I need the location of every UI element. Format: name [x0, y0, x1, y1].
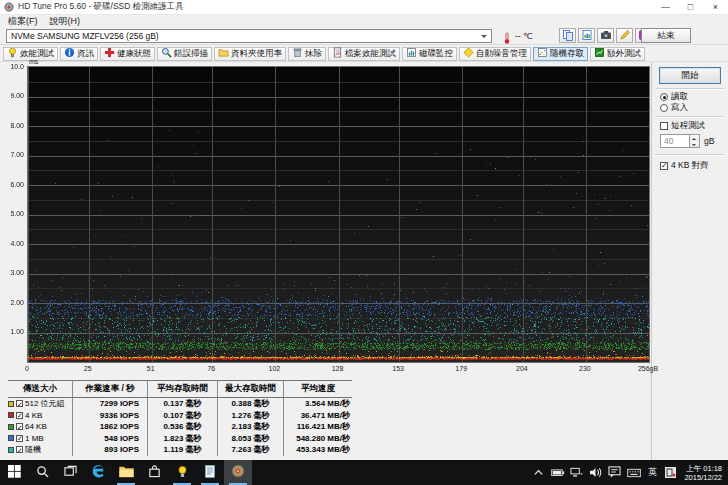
toolbar-extra-tests-button[interactable]: 額外測試 [590, 47, 645, 61]
table-header: 最大存取時間 [217, 380, 283, 398]
ime-mode-icon[interactable] [661, 460, 680, 485]
y-tick-label: 6.00 [1, 181, 24, 188]
avg-speed-cell: 548.280 MB/秒 [283, 433, 352, 445]
table-header: 傳送大小 [8, 380, 72, 398]
series-color-swatch [8, 424, 14, 430]
copy-text-button[interactable] [559, 28, 576, 43]
window-controls: — □ × [653, 0, 728, 14]
max-access-cell: 2.183 毫秒 [217, 421, 283, 433]
toolbar-label: 資訊 [77, 48, 94, 60]
x-tick-label: 51 [133, 365, 169, 372]
radio-write-icon[interactable] [660, 104, 668, 112]
screenshot-button[interactable] [597, 28, 614, 43]
random-access-icon [537, 47, 548, 60]
window-title: HD Tune Pro 5.60 - 硬碟/SSD 檢測維護工具 [18, 1, 184, 13]
menu-file[interactable]: 檔案(F) [2, 15, 44, 27]
capacity-input[interactable]: 40 [660, 134, 690, 148]
close-button[interactable]: × [703, 0, 728, 14]
transfer-size-label: 64 KB [25, 421, 47, 433]
taskbar-edge-button[interactable] [84, 460, 112, 485]
series-checkbox[interactable] [16, 400, 23, 407]
minimize-button[interactable]: — [653, 0, 678, 14]
battery-icon [551, 464, 565, 482]
taskbar-file-explorer-button[interactable] [112, 460, 140, 485]
tray-network-button[interactable]: * [567, 460, 586, 485]
taskbar-task-view-button[interactable] [56, 460, 84, 485]
y-tick-label: 4.00 [1, 240, 24, 247]
toolbar-label: 資料夾使用率 [231, 48, 282, 60]
short-stroke-box-icon[interactable] [660, 122, 668, 130]
copy-pages-icon [562, 27, 574, 45]
clock-date: 2015/12/22 [684, 473, 722, 482]
taskbar-store-button[interactable] [140, 460, 168, 485]
language-indicator[interactable]: 英 [643, 466, 661, 479]
radio-read-icon[interactable] [660, 93, 668, 101]
taskbar-notepad-button[interactable] [196, 460, 224, 485]
align-checkbox[interactable]: 4 KB 對齊 [660, 160, 709, 172]
toolbar-disk-monitor-button[interactable]: 磁碟監控 [402, 47, 457, 61]
taskbar-start-button[interactable] [0, 460, 28, 485]
hdtune-window: HD Tune Pro 5.60 - 硬碟/SSD 檢測維護工具 — □ × 檔… [0, 0, 728, 460]
chart-canvas [28, 67, 649, 362]
maximize-button[interactable]: □ [678, 0, 703, 14]
hdtune-app-icon [231, 464, 245, 482]
series-checkbox[interactable] [16, 446, 23, 453]
tray-feedback-button[interactable] [605, 460, 624, 485]
divider [655, 154, 725, 155]
x-tick-label: 25 [70, 365, 106, 372]
device-selector[interactable]: NVMe SAMSUNG MZFLV256 (256 gB) [6, 29, 492, 43]
series-checkbox[interactable] [16, 435, 23, 442]
transfer-size-label: 隨機 [25, 444, 41, 456]
x-tick-label: 76 [193, 365, 229, 372]
toolbar-folder-usage-button[interactable]: 資料夾使用率 [214, 47, 286, 61]
toolbar-info-button[interactable]: 資訊 [60, 47, 98, 61]
series-checkbox[interactable] [16, 423, 23, 430]
pen-icon [619, 27, 631, 45]
chevron-down-icon[interactable] [477, 30, 491, 42]
tray-icons: * [529, 460, 643, 485]
short-stroke-label: 短程測試 [671, 120, 705, 132]
explorer-folder-icon [119, 464, 134, 482]
table-header: 作業速率 / 秒 [72, 380, 147, 398]
write-radio[interactable]: 寫入 [660, 102, 688, 114]
tray-battery-button[interactable] [548, 460, 567, 485]
search-icon [36, 464, 49, 482]
x-tick-label: 128 [320, 365, 356, 372]
system-tray: * 英 上午 01:18 2015/12/22 [529, 460, 728, 485]
toolbar-file-benchmark-button[interactable]: 檔案效能測試 [328, 47, 400, 61]
toolbar-random-access-button[interactable]: 隨機存取 [533, 47, 588, 61]
table-row-label: 隨機 [8, 444, 72, 456]
taskbar-app-bulb-button[interactable] [168, 460, 196, 485]
annotate-button[interactable] [616, 28, 633, 43]
toolbar-trash-button[interactable]: 抹除 [288, 47, 326, 61]
table-row-label: 64 KB [8, 421, 72, 433]
taskbar-hdtune-pro-button[interactable] [224, 460, 252, 485]
toolbar-magnifier-button[interactable]: 錯誤掃描 [157, 47, 212, 61]
tray-volume-button[interactable] [586, 460, 605, 485]
clock-time: 上午 01:18 [684, 464, 722, 473]
disk-monitor-icon [406, 47, 417, 60]
capacity-stepper[interactable] [690, 134, 700, 148]
transfer-size-label: 1 MB [25, 433, 44, 445]
windows-logo-icon [8, 464, 21, 482]
y-tick-label: 7.00 [1, 151, 24, 158]
start-button[interactable]: 開始 [659, 67, 721, 84]
clock[interactable]: 上午 01:18 2015/12/22 [680, 464, 728, 482]
tray-touch-keyboard-button[interactable] [624, 460, 643, 485]
avg-speed-cell: 3.564 MB/秒 [283, 398, 352, 410]
align-box-icon[interactable] [660, 162, 668, 170]
taskbar-search-button[interactable] [28, 460, 56, 485]
table-row-label: 1 MB [8, 433, 72, 445]
info-icon [64, 47, 75, 60]
y-tick-label: 9.00 [1, 92, 24, 99]
tray-hidden-icons-button[interactable] [529, 460, 548, 485]
series-checkbox[interactable] [16, 412, 23, 419]
exit-button[interactable]: 結束 [641, 28, 691, 43]
toolbar-aam-diamond-button[interactable]: 自動噪音管理 [459, 47, 531, 61]
menu-help[interactable]: 說明(H) [44, 15, 87, 27]
short-stroke-checkbox[interactable]: 短程測試 [660, 120, 705, 132]
copy-chart-icon [581, 27, 593, 45]
divider [655, 88, 725, 89]
toolbar-health-cross-button[interactable]: 健康狀態 [100, 47, 155, 61]
copy-results-button[interactable] [578, 28, 595, 43]
